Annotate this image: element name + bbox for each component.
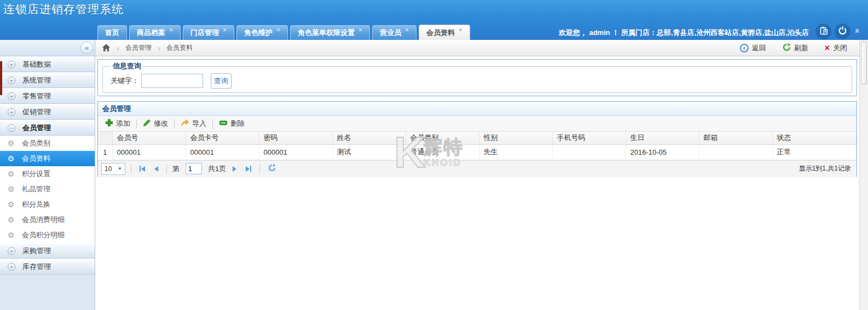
table-row[interactable]: 1 000001 000001 000001 测试 普通会员 先生 2016-1… <box>98 144 857 160</box>
sidebar-group-system-manage[interactable]: + 系统管理 <box>0 72 95 88</box>
sidebar-group-member-manage[interactable]: − 会员管理 <box>0 120 95 136</box>
delete-card-icon <box>219 119 228 128</box>
home-icon[interactable] <box>102 44 111 52</box>
logout-button[interactable] <box>835 24 850 39</box>
first-page-button[interactable] <box>137 166 148 172</box>
first-page-icon <box>140 166 141 172</box>
collapse-header-icon[interactable]: » <box>854 26 865 37</box>
member-manage-submenu: ⚙ 会员类别 ⚙ 会员资料 ⚙ 积分设置 ⚙ 礼品管理 ⚙ 积分兑换 <box>0 136 95 243</box>
item-label: 会员类别 <box>22 138 50 148</box>
tab-close-icon[interactable]: × <box>276 26 280 34</box>
page-size-select[interactable]: 10 ▼ <box>101 163 125 175</box>
screen-edge-artifact <box>0 61 2 95</box>
sidebar-header: « <box>0 40 95 56</box>
member-table: 会员号 会员卡号 密码 姓名 会员类别 性别 手机号码 生日 邮箱 状态 <box>98 132 857 160</box>
gear-icon: ⚙ <box>7 154 15 163</box>
prev-page-button[interactable] <box>152 166 161 172</box>
tab-salesclerk[interactable]: 营业员 × <box>372 25 416 40</box>
refresh-button[interactable]: 刷新 <box>783 43 808 53</box>
sidebar-group-basic-data[interactable]: + 基础数据 <box>0 56 95 72</box>
col-birthday: 生日 <box>626 132 699 144</box>
item-label: 会员消费明细 <box>22 215 65 225</box>
col-phone: 手机号码 <box>552 132 626 144</box>
col-rownum <box>98 132 112 144</box>
sidebar-group-inventory-manage[interactable]: + 库存管理 <box>0 259 95 274</box>
next-page-button[interactable] <box>230 166 239 172</box>
delete-button[interactable]: 删除 <box>214 117 250 130</box>
expand-plus-icon: + <box>8 77 15 84</box>
last-page-button[interactable] <box>243 166 254 172</box>
panel-title: 会员管理 <box>98 102 857 116</box>
keyword-input[interactable] <box>141 74 203 88</box>
subheader: « › 会员管理 › 会员资料 ‹ 返回 <box>0 40 868 56</box>
sidebar-collapse-button[interactable]: « <box>80 42 93 54</box>
collapse-minus-icon: − <box>8 124 15 132</box>
back-button[interactable]: ‹ 返回 <box>740 43 766 53</box>
search-button[interactable]: 查询 <box>211 73 232 89</box>
cell-email <box>699 144 772 160</box>
sidebar-item-gift-manage[interactable]: ⚙ 礼品管理 <box>0 182 95 197</box>
reload-button[interactable] <box>265 164 279 174</box>
sidebar-item-member-info[interactable]: ⚙ 会员资料 <box>0 151 95 166</box>
sidebar-group-retail-manage[interactable]: + 零售管理 <box>0 88 95 104</box>
expand-plus-icon: + <box>8 247 15 255</box>
tab-member-info[interactable]: 会员资料 × <box>419 25 470 40</box>
expand-plus-icon: + <box>8 61 15 68</box>
sidebar: + 基础数据 + 系统管理 + 零售管理 + 促销管理 − 会员管理 ⚙ <box>0 56 95 310</box>
breadcrumb-member-info[interactable]: 会员资料 <box>166 43 193 52</box>
group-label: 基础数据 <box>22 60 51 69</box>
tab-goods-archive[interactable]: 商品档案 × <box>129 25 181 40</box>
scrollbar-thumb[interactable] <box>861 42 867 84</box>
edit-button[interactable]: 修改 <box>138 117 173 130</box>
tab-role-menu-permission[interactable]: 角色菜单权限设置 × <box>290 25 370 40</box>
tab-role-maintain[interactable]: 角色维护 × <box>236 25 288 40</box>
toolbar-separator <box>174 119 175 128</box>
page-number-input[interactable] <box>186 163 202 174</box>
tab-label: 商品档案 <box>137 28 165 38</box>
col-member-no: 会员号 <box>112 132 186 144</box>
pager-separator <box>166 164 167 174</box>
query-legend: 信息查询 <box>111 61 143 71</box>
import-label: 导入 <box>192 119 206 128</box>
cell-rownum: 1 <box>98 144 112 160</box>
page-prefix: 第 <box>172 164 180 174</box>
sidebar-empty-area <box>0 274 95 310</box>
group-label: 促销管理 <box>22 107 51 117</box>
back-label: 返回 <box>752 43 766 53</box>
tab-close-icon[interactable]: × <box>358 26 362 34</box>
close-button[interactable]: × 关闭 <box>825 43 847 53</box>
chevron-right-icon: › <box>117 43 119 52</box>
tab-close-icon[interactable]: × <box>405 26 409 34</box>
vertical-scrollbar[interactable] <box>859 40 868 310</box>
sidebar-group-promotion-manage[interactable]: + 促销管理 <box>0 104 95 120</box>
group-label: 系统管理 <box>22 75 51 85</box>
pager-separator <box>259 164 260 174</box>
tab-close-icon[interactable]: × <box>169 26 173 34</box>
tab-home[interactable]: 首页 <box>97 25 127 40</box>
cell-member-type: 普通会员 <box>406 144 479 160</box>
tab-close-icon[interactable]: × <box>459 26 462 34</box>
item-label: 积分设置 <box>22 169 50 179</box>
cell-gender: 先生 <box>479 144 552 160</box>
record-summary: 显示1到1,共1记录 <box>799 164 853 173</box>
tab-close-icon[interactable]: × <box>223 26 227 34</box>
next-page-icon <box>233 166 236 172</box>
import-button[interactable]: 导入 <box>176 117 211 130</box>
sidebar-item-member-consume-detail[interactable]: ⚙ 会员消费明细 <box>0 212 95 227</box>
breadcrumb-member-manage[interactable]: 会员管理 <box>125 43 152 52</box>
gear-icon: ⚙ <box>7 231 15 239</box>
sidebar-item-member-points-detail[interactable]: ⚙ 会员积分明细 <box>0 227 95 243</box>
sidebar-group-purchase-manage[interactable]: + 采购管理 <box>0 243 95 259</box>
save-button[interactable] <box>815 24 831 39</box>
page-suffix: 共1页 <box>208 164 226 174</box>
gear-icon: ⚙ <box>7 169 15 178</box>
sidebar-item-member-category[interactable]: ⚙ 会员类别 <box>0 136 95 151</box>
group-label: 会员管理 <box>22 123 51 133</box>
sidebar-item-points-exchange[interactable]: ⚙ 积分兑换 <box>0 197 95 212</box>
tab-label: 营业员 <box>380 28 401 38</box>
page-size-value: 10 <box>105 165 112 173</box>
tab-store-manage[interactable]: 门店管理 × <box>183 25 234 40</box>
cell-phone <box>552 144 626 160</box>
sidebar-item-points-setting[interactable]: ⚙ 积分设置 <box>0 166 95 182</box>
add-button[interactable]: 添加 <box>100 117 135 130</box>
